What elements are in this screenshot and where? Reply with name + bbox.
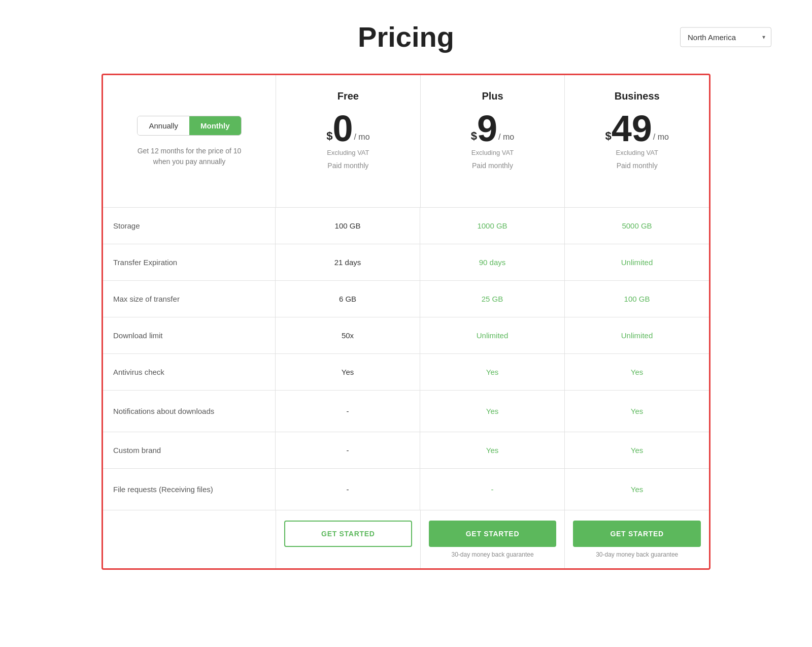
price-period-business: / mo <box>653 133 669 142</box>
expiration-free: 21 days <box>276 244 420 280</box>
feature-values-custombrand: - Yes Yes <box>276 432 709 468</box>
pricing-table: Annually Monthly Get 12 months for the p… <box>101 74 710 570</box>
price-period-plus: / mo <box>498 133 514 142</box>
feature-row-storage: Storage 100 GB 1000 GB 5000 GB <box>103 208 709 244</box>
feature-row-antivirus: Antivirus check Yes Yes Yes <box>103 354 709 391</box>
feature-values-storage: 100 GB 1000 GB 5000 GB <box>276 208 709 244</box>
plan-name-business: Business <box>575 90 699 102</box>
price-amount-plus: 9 <box>477 110 497 147</box>
region-select[interactable]: North America Europe Asia <box>680 27 771 47</box>
plan-name-plus: Plus <box>431 90 555 102</box>
annually-toggle[interactable]: Annually <box>138 116 189 135</box>
maxsize-business: 100 GB <box>565 281 709 317</box>
feature-label-storage: Storage <box>103 208 276 244</box>
get-started-business[interactable]: GET STARTED <box>573 521 701 547</box>
billing-toggle-section: Annually Monthly Get 12 months for the p… <box>103 75 276 207</box>
storage-free: 100 GB <box>276 208 420 244</box>
plan-header-plus: Plus $ 9 / mo Excluding VAT Paid monthly <box>420 75 565 207</box>
feature-row-expiration: Transfer Expiration 21 days 90 days Unli… <box>103 244 709 281</box>
feature-row-download: Download limit 50x Unlimited Unlimited <box>103 317 709 354</box>
notifications-business: Yes <box>565 391 709 432</box>
cta-col-free: GET STARTED <box>276 510 420 568</box>
guarantee-plus: 30-day money back guarantee <box>451 551 533 558</box>
plan-name-free: Free <box>286 90 410 102</box>
annual-note: Get 12 months for the price of 10 when y… <box>133 146 245 167</box>
price-vat-business: Excluding VAT <box>575 149 699 156</box>
price-amount-business: 49 <box>612 110 652 147</box>
price-billing-plus: Paid monthly <box>431 161 555 170</box>
cta-col-business: GET STARTED 30-day money back guarantee <box>564 510 709 568</box>
region-selector-wrapper: North America Europe Asia ▾ <box>680 27 771 47</box>
feature-label-expiration: Transfer Expiration <box>103 244 276 280</box>
feature-values-maxsize: 6 GB 25 GB 100 GB <box>276 281 709 317</box>
feature-row-maxsize: Max size of transfer 6 GB 25 GB 100 GB <box>103 281 709 317</box>
custombrand-business: Yes <box>565 432 709 468</box>
price-billing-business: Paid monthly <box>575 161 699 170</box>
feature-row-custombrand: Custom brand - Yes Yes <box>103 432 709 469</box>
plan-price-business: $ 49 / mo <box>575 110 699 147</box>
notifications-plus: Yes <box>420 391 565 432</box>
feature-row-filerequests: File requests (Receiving files) - - Yes <box>103 469 709 510</box>
maxsize-free: 6 GB <box>276 281 420 317</box>
feature-label-filerequests: File requests (Receiving files) <box>103 469 276 510</box>
expiration-business: Unlimited <box>565 244 709 280</box>
notifications-free: - <box>276 391 420 432</box>
feature-label-download: Download limit <box>103 317 276 353</box>
antivirus-business: Yes <box>565 354 709 390</box>
dollar-sign-plus: $ <box>471 130 477 143</box>
dollar-sign-free: $ <box>326 130 332 143</box>
plan-header-free: Free $ 0 / mo Excluding VAT Paid monthly <box>276 75 420 207</box>
expiration-plus: 90 days <box>420 244 565 280</box>
price-vat-plus: Excluding VAT <box>431 149 555 156</box>
cta-left-spacer <box>103 510 276 568</box>
monthly-toggle[interactable]: Monthly <box>189 116 241 135</box>
billing-toggle[interactable]: Annually Monthly <box>137 116 241 136</box>
cta-col-plus: GET STARTED 30-day money back guarantee <box>420 510 565 568</box>
price-vat-free: Excluding VAT <box>286 149 410 156</box>
feature-values-antivirus: Yes Yes Yes <box>276 354 709 390</box>
maxsize-plus: 25 GB <box>420 281 565 317</box>
get-started-plus[interactable]: GET STARTED <box>429 521 557 547</box>
cta-row: GET STARTED GET STARTED 30-day money bac… <box>103 510 709 568</box>
download-plus: Unlimited <box>420 317 565 353</box>
feature-label-maxsize: Max size of transfer <box>103 281 276 317</box>
storage-plus: 1000 GB <box>420 208 565 244</box>
custombrand-plus: Yes <box>420 432 565 468</box>
antivirus-free: Yes <box>276 354 420 390</box>
page-header: Pricing North America Europe Asia ▾ <box>10 20 802 53</box>
plan-price-free: $ 0 / mo <box>286 110 410 147</box>
feature-values-notifications: - Yes Yes <box>276 391 709 432</box>
feature-row-notifications: Notifications about downloads - Yes Yes <box>103 391 709 432</box>
cta-buttons: GET STARTED GET STARTED 30-day money bac… <box>276 510 709 568</box>
plan-price-plus: $ 9 / mo <box>431 110 555 147</box>
price-billing-free: Paid monthly <box>286 161 410 170</box>
page-title: Pricing <box>358 20 454 53</box>
download-business: Unlimited <box>565 317 709 353</box>
guarantee-business: 30-day money back guarantee <box>596 551 678 558</box>
filerequests-plus: - <box>420 469 565 510</box>
get-started-free[interactable]: GET STARTED <box>284 521 412 547</box>
feature-label-custombrand: Custom brand <box>103 432 276 468</box>
storage-business: 5000 GB <box>565 208 709 244</box>
filerequests-free: - <box>276 469 420 510</box>
download-free: 50x <box>276 317 420 353</box>
pricing-top-row: Annually Monthly Get 12 months for the p… <box>103 75 709 208</box>
dollar-sign-business: $ <box>605 130 611 143</box>
plan-headers: Free $ 0 / mo Excluding VAT Paid monthly… <box>276 75 709 207</box>
feature-label-antivirus: Antivirus check <box>103 354 276 390</box>
price-amount-free: 0 <box>332 110 353 147</box>
filerequests-business: Yes <box>565 469 709 510</box>
price-period-free: / mo <box>354 133 369 142</box>
antivirus-plus: Yes <box>420 354 565 390</box>
feature-values-filerequests: - - Yes <box>276 469 709 510</box>
plan-header-business: Business $ 49 / mo Excluding VAT Paid mo… <box>564 75 709 207</box>
region-select-container: North America Europe Asia ▾ <box>680 27 771 47</box>
feature-values-expiration: 21 days 90 days Unlimited <box>276 244 709 280</box>
feature-values-download: 50x Unlimited Unlimited <box>276 317 709 353</box>
feature-label-notifications: Notifications about downloads <box>103 391 276 432</box>
custombrand-free: - <box>276 432 420 468</box>
